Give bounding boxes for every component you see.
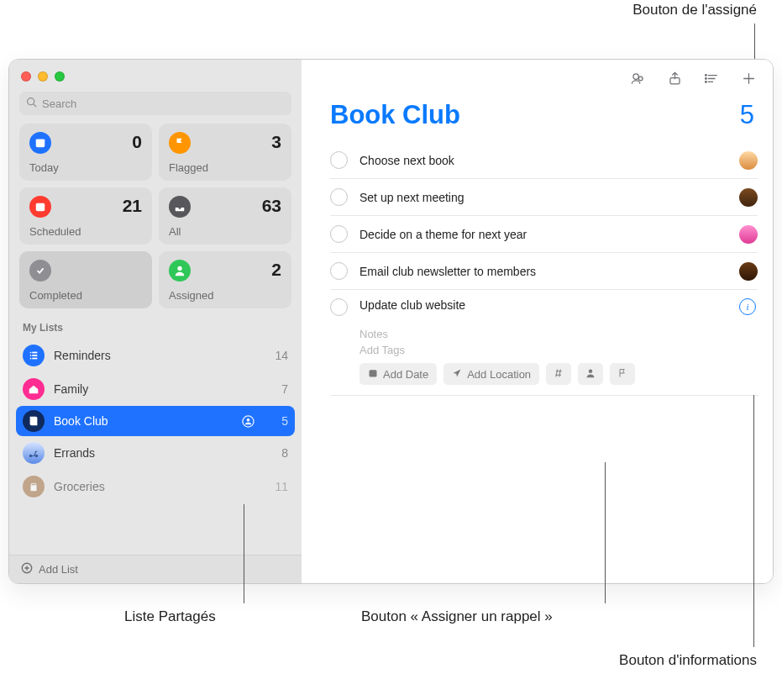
flag-icon xyxy=(169,132,191,154)
svg-rect-4 xyxy=(36,203,45,212)
smart-tile-completed[interactable]: Completed xyxy=(19,251,152,308)
task-list: Choose next book Set up next meeting Dec… xyxy=(302,142,773,396)
search-placeholder: Search xyxy=(42,97,76,110)
list-row-family[interactable]: Family 7 xyxy=(9,372,302,406)
app-window: Search 0 Today 3 Flagged xyxy=(8,59,774,584)
annotation-line xyxy=(244,504,244,603)
task-row[interactable]: Decide on a theme for next year xyxy=(330,216,758,253)
svg-point-0 xyxy=(28,98,34,105)
tray-icon xyxy=(169,196,191,218)
add-list-button[interactable]: Add List xyxy=(9,555,302,583)
task-row-editing[interactable]: Update club website i Notes Add Tags Add… xyxy=(330,290,758,396)
complete-toggle[interactable] xyxy=(330,225,348,243)
tags-input[interactable]: Add Tags xyxy=(360,344,758,356)
tile-label: Flagged xyxy=(169,161,281,174)
complete-toggle[interactable] xyxy=(330,151,348,169)
checkmark-circle-icon xyxy=(29,260,51,282)
assignee-avatar[interactable] xyxy=(739,225,758,244)
task-row[interactable]: Set up next meeting xyxy=(330,179,758,216)
smart-tile-today[interactable]: 0 Today xyxy=(19,124,152,181)
zoom-window-button[interactable] xyxy=(55,71,65,82)
list-label: Errands xyxy=(54,446,255,460)
complete-toggle[interactable] xyxy=(330,298,348,316)
assignee-avatar[interactable] xyxy=(739,262,758,281)
smart-tile-scheduled[interactable]: 21 Scheduled xyxy=(19,187,152,245)
minimize-window-button[interactable] xyxy=(38,71,48,82)
info-button[interactable]: i xyxy=(739,298,756,315)
smart-tile-assigned[interactable]: 2 Assigned xyxy=(159,251,291,308)
tile-count: 2 xyxy=(271,260,281,280)
list-bullets-icon xyxy=(23,345,45,366)
task-title-input[interactable]: Update club website xyxy=(360,298,727,312)
add-location-button[interactable]: Add Location xyxy=(443,363,539,385)
annotation-line xyxy=(605,462,606,603)
calendar-day-icon xyxy=(29,132,51,154)
my-lists-header: My Lists xyxy=(9,308,302,339)
annotation-line xyxy=(754,24,755,59)
tile-count: 63 xyxy=(262,196,281,216)
task-title: Email club newsletter to members xyxy=(360,265,727,278)
list-row-reminders[interactable]: Reminders 14 xyxy=(9,339,302,372)
svg-rect-16 xyxy=(31,485,37,491)
notes-input[interactable]: Notes xyxy=(360,328,758,340)
svg-point-21 xyxy=(638,76,643,81)
collaborate-button[interactable] xyxy=(628,69,647,87)
toolbar xyxy=(302,60,773,97)
task-title: Decide on a theme for next year xyxy=(360,228,727,241)
list-count: 5 xyxy=(265,414,288,428)
shared-icon xyxy=(240,415,255,428)
list-header: Book Club 5 xyxy=(302,97,773,142)
assignee-avatar[interactable] xyxy=(739,151,758,170)
smart-lists-grid: 0 Today 3 Flagged 21 Schedule xyxy=(9,124,302,308)
list-count: 7 xyxy=(265,382,288,396)
svg-line-1 xyxy=(34,104,36,107)
task-row[interactable]: Choose next book xyxy=(330,142,758,179)
house-icon xyxy=(23,378,45,400)
tile-count: 0 xyxy=(132,132,142,152)
list-item-count: 5 xyxy=(740,100,754,130)
new-reminder-button[interactable] xyxy=(739,69,758,87)
add-date-button[interactable]: Add Date xyxy=(360,363,437,385)
smart-tile-all[interactable]: 63 All xyxy=(159,187,291,245)
tile-label: Today xyxy=(29,161,142,174)
task-row[interactable]: Email club newsletter to members xyxy=(330,253,758,290)
svg-point-6 xyxy=(30,352,32,354)
quick-actions: Add Date Add Location xyxy=(360,363,758,385)
annotation-assign-button: Bouton « Assigner un rappel » xyxy=(361,608,553,625)
list-count: 8 xyxy=(265,446,288,460)
location-arrow-icon xyxy=(452,368,462,381)
annotation-assignee: Bouton de l'assigné xyxy=(632,2,757,18)
tile-label: Scheduled xyxy=(29,225,142,238)
svg-rect-9 xyxy=(32,355,37,356)
svg-point-20 xyxy=(632,73,638,78)
svg-rect-7 xyxy=(32,352,37,354)
smart-tile-flagged[interactable]: 3 Flagged xyxy=(159,124,291,181)
assignee-avatar[interactable] xyxy=(739,188,758,207)
flag-reminder-button[interactable] xyxy=(610,363,635,385)
list-label: Family xyxy=(54,382,255,396)
complete-toggle[interactable] xyxy=(330,262,348,280)
annotation-shared-list: Liste Partagés xyxy=(124,608,216,625)
svg-point-10 xyxy=(30,358,32,360)
window-controls xyxy=(9,60,302,88)
lists: Reminders 14 Family 7 Book Club 5 Errand… xyxy=(9,339,302,503)
svg-point-28 xyxy=(705,81,706,82)
list-row-groceries[interactable]: Groceries 11 xyxy=(9,470,302,503)
close-window-button[interactable] xyxy=(21,71,31,82)
view-options-button[interactable] xyxy=(702,69,721,87)
list-row-book-club[interactable]: Book Club 5 xyxy=(16,406,295,436)
assign-reminder-button[interactable] xyxy=(578,363,603,385)
book-icon xyxy=(23,410,45,432)
list-row-errands[interactable]: Errands 8 xyxy=(9,436,302,470)
complete-toggle[interactable] xyxy=(330,188,348,206)
tile-label: All xyxy=(169,225,281,238)
add-tag-button[interactable] xyxy=(546,363,571,385)
list-title: Book Club xyxy=(330,100,460,130)
share-button[interactable] xyxy=(665,69,684,87)
task-title: Choose next book xyxy=(360,154,727,167)
flag-icon xyxy=(617,368,627,381)
groceries-icon xyxy=(23,476,45,497)
calendar-icon xyxy=(368,368,378,381)
search-input[interactable]: Search xyxy=(19,92,291,115)
hash-icon xyxy=(554,368,564,381)
